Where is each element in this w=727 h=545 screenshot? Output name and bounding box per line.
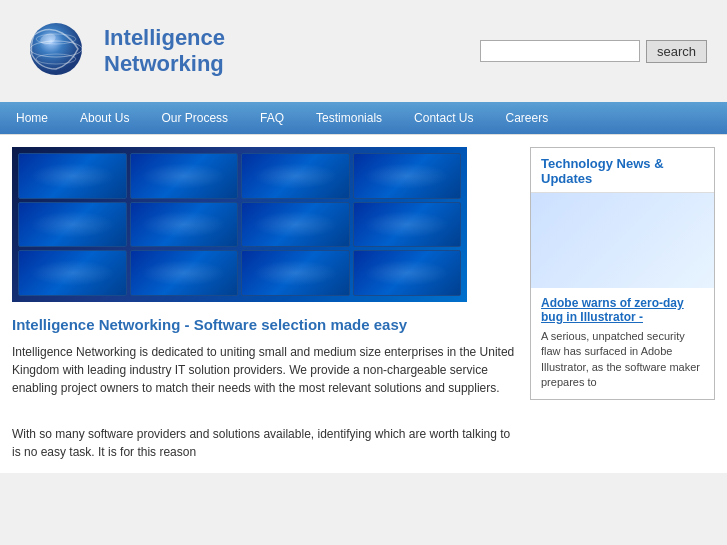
- monitor-cell: [18, 202, 127, 248]
- logo-text: Intelligence Networking: [104, 25, 225, 77]
- nav-careers[interactable]: Careers: [489, 102, 564, 134]
- main-content: Intelligence Networking - Software selec…: [12, 147, 530, 461]
- logo-globe-icon: [20, 15, 92, 87]
- monitor-cell: [353, 153, 462, 199]
- nav-our-process[interactable]: Our Process: [145, 102, 244, 134]
- content-area: Intelligence Networking - Software selec…: [0, 134, 727, 473]
- sidebar-title: Technology News & Updates: [541, 156, 704, 186]
- search-input[interactable]: [480, 40, 640, 62]
- nav-faq[interactable]: FAQ: [244, 102, 300, 134]
- monitor-cell: [130, 202, 239, 248]
- logo-area: Intelligence Networking: [20, 15, 225, 87]
- search-area: search: [480, 40, 707, 63]
- sidebar-box: Technology News & Updates Adobe warns of…: [530, 147, 715, 400]
- nav-testimonials[interactable]: Testimonials: [300, 102, 398, 134]
- search-button[interactable]: search: [646, 40, 707, 63]
- sidebar-header: Technology News & Updates: [531, 148, 714, 193]
- article-title: Intelligence Networking - Software selec…: [12, 316, 518, 333]
- hero-image: [12, 147, 467, 302]
- monitor-cell: [353, 250, 462, 296]
- monitor-cell: [241, 202, 350, 248]
- nav-home[interactable]: Home: [0, 102, 64, 134]
- monitor-cell: [130, 153, 239, 199]
- sidebar: Technology News & Updates Adobe warns of…: [530, 147, 715, 461]
- monitor-cell: [18, 250, 127, 296]
- logo-line1: Intelligence: [104, 25, 225, 51]
- nav-contact-us[interactable]: Contact Us: [398, 102, 489, 134]
- article-body: Intelligence Networking is dedicated to …: [12, 343, 518, 397]
- sidebar-news-item: Adobe warns of zero-day bug in Illustrat…: [531, 288, 714, 399]
- sidebar-image: [531, 193, 714, 288]
- sidebar-news-excerpt: A serious, unpatched security flaw has s…: [541, 329, 704, 391]
- monitor-cell: [241, 153, 350, 199]
- monitor-cell: [18, 153, 127, 199]
- logo-line2: Networking: [104, 51, 225, 77]
- nav-about-us[interactable]: About Us: [64, 102, 145, 134]
- monitor-cell: [353, 202, 462, 248]
- navbar: Home About Us Our Process FAQ Testimonia…: [0, 102, 727, 134]
- sidebar-news-title[interactable]: Adobe warns of zero-day bug in Illustrat…: [541, 296, 704, 324]
- monitor-cell: [130, 250, 239, 296]
- article-body2: With so many software providers and solu…: [12, 425, 518, 461]
- monitor-grid: [18, 153, 461, 296]
- monitor-cell: [241, 250, 350, 296]
- header: Intelligence Networking search: [0, 0, 727, 102]
